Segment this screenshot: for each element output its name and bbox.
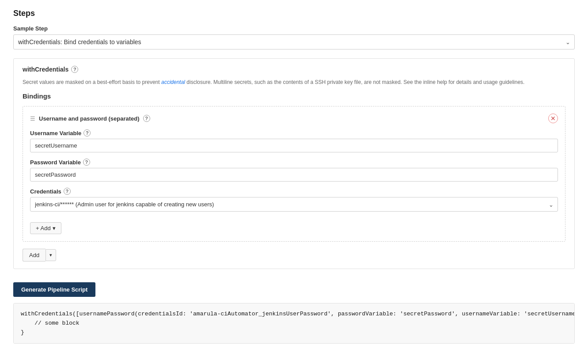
info-text-before: Secret values are masked on a best-effor… [23, 79, 161, 85]
binding-card: ☰ Username and password (separated) ? ✕ … [23, 106, 565, 242]
password-variable-group: Password Variable ? [30, 159, 558, 182]
add-bindings-label: Add [29, 252, 39, 258]
password-variable-label-row: Password Variable ? [30, 159, 558, 166]
credentials-label: Credentials [30, 188, 61, 195]
info-text-italic: accidental [161, 79, 185, 85]
binding-card-header-left: ☰ Username and password (separated) ? [30, 115, 150, 122]
binding-card-header: ☰ Username and password (separated) ? ✕ [30, 114, 558, 123]
sample-step-select[interactable]: withCredentials: Bind credentials to var… [13, 34, 575, 49]
password-variable-input[interactable] [30, 168, 558, 182]
with-credentials-help-icon[interactable]: ? [71, 66, 78, 73]
binding-type: Username and password (separated) [39, 115, 140, 122]
add-credential-caret-icon: ▾ [53, 225, 56, 231]
add-bindings-row: Add ▾ [23, 249, 565, 262]
add-bindings-button[interactable]: Add [23, 249, 46, 262]
generate-pipeline-script-button[interactable]: Generate Pipeline Script [13, 282, 95, 297]
username-variable-help-icon[interactable]: ? [83, 129, 91, 136]
add-credential-button-label: + Add [36, 225, 51, 231]
info-text: Secret values are masked on a best-effor… [23, 78, 565, 86]
credentials-select-wrapper: jenkins-ci/****** (Admin user for jenkin… [30, 197, 558, 212]
credentials-help-icon[interactable]: ? [64, 188, 71, 195]
binding-type-help-icon[interactable]: ? [143, 115, 150, 122]
add-credential-button[interactable]: + Add ▾ [30, 222, 61, 234]
with-credentials-header: withCredentials ? [23, 66, 565, 73]
username-variable-label: Username Variable [30, 130, 81, 136]
credentials-group: Credentials ? jenkins-ci/****** (Admin u… [30, 188, 558, 212]
add-credential-button-group: + Add ▾ [30, 218, 558, 234]
page-title: Steps [13, 9, 575, 18]
username-variable-group: Username Variable ? [30, 129, 558, 152]
username-variable-label-row: Username Variable ? [30, 129, 558, 136]
credentials-label-row: Credentials ? [30, 188, 558, 195]
password-variable-label: Password Variable [30, 159, 81, 166]
add-bindings-caret-icon: ▾ [49, 252, 52, 258]
info-text-after: disclosure. Multiline secrets, such as t… [185, 79, 524, 85]
username-variable-input[interactable] [30, 139, 558, 152]
password-variable-help-icon[interactable]: ? [83, 159, 90, 166]
credentials-select[interactable]: jenkins-ci/****** (Admin user for jenkin… [30, 197, 558, 212]
code-output: withCredentials([usernamePassword(creden… [13, 303, 575, 344]
sample-step-select-wrapper: withCredentials: Bind credentials to var… [13, 34, 575, 49]
sample-step-label: Sample Step [13, 25, 575, 32]
with-credentials-box: withCredentials ? Secret values are mask… [13, 58, 575, 269]
with-credentials-title: withCredentials [23, 66, 68, 73]
add-bindings-caret-button[interactable]: ▾ [46, 249, 56, 261]
bindings-title: Bindings [23, 92, 565, 100]
drag-icon[interactable]: ☰ [30, 115, 35, 122]
remove-binding-button[interactable]: ✕ [548, 114, 558, 123]
